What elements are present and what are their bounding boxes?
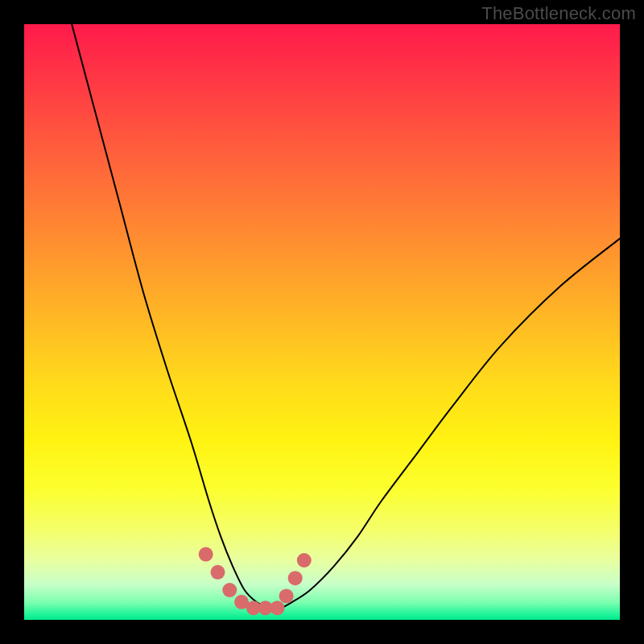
highlight-dot xyxy=(211,565,225,580)
highlight-dot xyxy=(199,547,213,562)
chart-frame: TheBottleneck.com xyxy=(0,0,644,644)
bottleneck-curve-path xyxy=(72,24,620,609)
highlight-dot xyxy=(270,601,285,615)
watermark-text: TheBottleneck.com xyxy=(481,3,636,24)
highlight-dot xyxy=(279,588,294,603)
highlight-dot xyxy=(222,583,237,597)
highlight-dot xyxy=(297,553,312,568)
plot-area xyxy=(24,24,620,620)
highlight-dot xyxy=(288,571,303,585)
curve-layer xyxy=(24,24,620,620)
highlight-markers xyxy=(199,547,312,616)
